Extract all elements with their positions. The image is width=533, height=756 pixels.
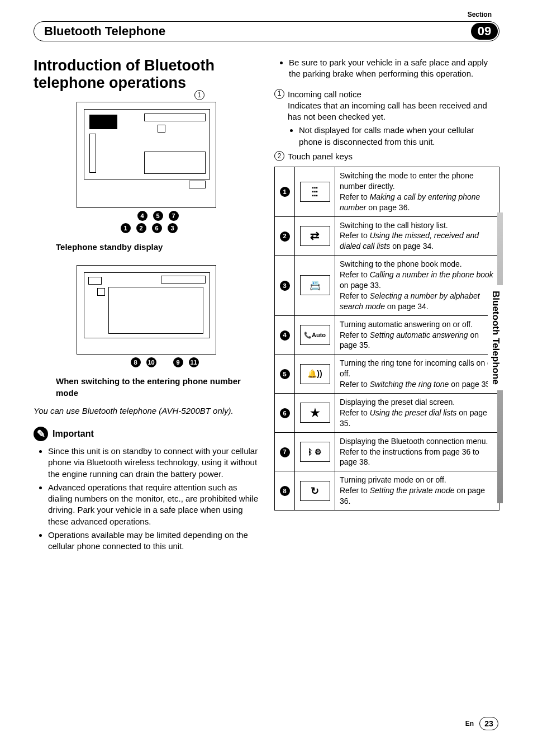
row-description: Turning the ring tone for incoming calls… — [335, 355, 499, 394]
figure-caption-2: When switching to the entering phone num… — [56, 376, 259, 399]
important-label: Important — [53, 428, 94, 440]
page-footer: En 23 — [465, 717, 498, 730]
row-number-badge: 6 — [280, 408, 290, 418]
numbered-item-2: 2 Touch panel keys — [274, 151, 499, 162]
row-number-badge: 5 — [280, 369, 290, 379]
row-number-badge: 8 — [280, 486, 290, 496]
row-description: Displaying the preset dial screen.Refer … — [335, 394, 499, 433]
item1-body: Indicates that an incoming call has been… — [288, 101, 487, 121]
section-number-badge: 09 — [471, 23, 498, 40]
model-note: You can use Bluetooth telephone (AVH-520… — [34, 405, 259, 417]
circled-1-icon: 1 — [274, 89, 284, 99]
ringer-icon: 🔔)) — [300, 364, 330, 384]
page-title: Introduction of Bluetooth telephone oper… — [34, 57, 259, 92]
callout-5: 5 — [153, 211, 163, 221]
table-row: 3📇Switching to the phone book mode.Refer… — [275, 256, 499, 315]
phonebook-icon: 📇 — [300, 275, 330, 295]
history-icon: ⇄ — [300, 226, 330, 246]
table-row: 6★Displaying the preset dial screen.Refe… — [275, 394, 499, 433]
page-header: Bluetooth Telephone 09 — [34, 21, 499, 41]
top-bullet-list: Be sure to park your vehicle in a safe p… — [274, 57, 499, 80]
item1-title: Incoming call notice — [288, 89, 361, 99]
table-row: 2⇄Switching to the call history list.Ref… — [275, 216, 499, 256]
callout-7: 7 — [169, 211, 179, 221]
row-description: Displaying the Bluetooth connection menu… — [335, 432, 499, 471]
header-title: Bluetooth Telephone — [44, 23, 471, 40]
table-row: 1▪▪▪▪▪▪▪▪▪Switching the mode to enter th… — [275, 167, 499, 217]
private-icon: ↻ — [300, 481, 330, 501]
important-list: Since this unit is on standby to connect… — [34, 446, 259, 552]
important-item: Since this unit is on standby to connect… — [48, 446, 259, 480]
item2-title: Touch panel keys — [288, 151, 353, 162]
top-bullet: Be sure to park your vehicle in a safe p… — [289, 57, 499, 80]
row-description: Switching to the call history list.Refer… — [335, 216, 499, 256]
callout-6: 6 — [152, 223, 162, 233]
telephone-standby-figure: 1 4 5 7 1 2 6 3 — [77, 102, 216, 208]
callout-10: 10 — [146, 357, 156, 367]
side-tab-label: Bluetooth Telephone — [488, 285, 503, 390]
callout-8: 8 — [131, 357, 141, 367]
callout-9: 9 — [173, 357, 183, 367]
row-description: Switching to the phone book mode.Refer t… — [335, 256, 499, 315]
row-number-badge: 7 — [280, 447, 290, 457]
table-row: 4📞AutoTurning automatic answering on or … — [275, 315, 499, 355]
row-number-badge: 4 — [280, 330, 290, 341]
table-row: 7ᛒ ⚙Displaying the Bluetooth connection … — [275, 432, 499, 471]
phone-number-mode-figure: 8 10 9 11 — [77, 265, 216, 355]
row-description: Switching the mode to enter the phone nu… — [335, 167, 499, 217]
table-row: 8↻Turning private mode on or off.Refer t… — [275, 471, 499, 511]
keypad-icon: ▪▪▪▪▪▪▪▪▪ — [300, 182, 330, 202]
figure-caption-1: Telephone standby display — [56, 242, 259, 253]
row-description: Turning automatic answering on or off.Re… — [335, 315, 499, 355]
important-icon: ✎ — [34, 427, 48, 441]
star-icon: ★ — [300, 403, 330, 423]
row-description: Turning private mode on or off.Refer to … — [335, 471, 499, 511]
circled-2-icon: 2 — [274, 151, 284, 161]
callout-2: 2 — [136, 223, 146, 233]
footer-lang: En — [465, 719, 474, 728]
important-item: Operations available may be limited depe… — [48, 530, 259, 552]
item1-sublist: Not displayed for calls made when your c… — [274, 125, 499, 148]
touch-panel-table: 1▪▪▪▪▪▪▪▪▪Switching the mode to enter th… — [274, 167, 499, 511]
row-number-badge: 3 — [280, 281, 290, 291]
callout-1b: 1 — [121, 223, 131, 233]
section-label: Section — [468, 10, 492, 19]
callout-3: 3 — [168, 223, 178, 233]
row-number-badge: 1 — [280, 187, 290, 197]
row-number-badge: 2 — [280, 231, 290, 242]
important-item: Advanced operations that require attenti… — [48, 482, 259, 527]
callout-11: 11 — [189, 357, 199, 367]
table-row: 5🔔))Turning the ring tone for incoming c… — [275, 355, 499, 394]
footer-page-number: 23 — [479, 717, 498, 730]
callout-1: 1 — [194, 90, 204, 100]
callout-4: 4 — [137, 211, 147, 221]
numbered-item-1: 1 Incoming call notice Indicates that an… — [274, 89, 499, 123]
auto-icon: 📞Auto — [300, 325, 330, 345]
item1-sub: Not displayed for calls made when your c… — [299, 125, 499, 148]
bt-menu-icon: ᛒ ⚙ — [300, 442, 330, 462]
